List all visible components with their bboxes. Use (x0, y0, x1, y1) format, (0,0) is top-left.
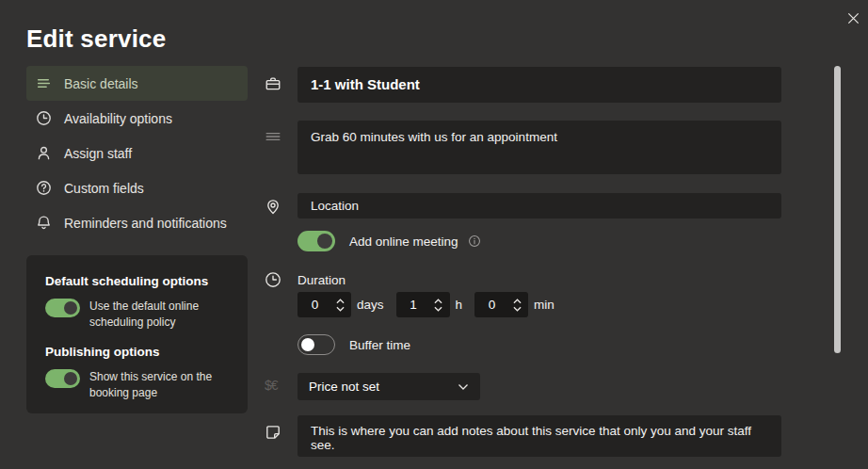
location-pin-icon (265, 198, 281, 215)
buffer-time-label: Buffer time (349, 338, 410, 352)
price-dropdown-value: Price not set (309, 380, 379, 394)
publishing-toggle[interactable] (45, 369, 80, 388)
sidebar-item-reminders-notifications[interactable]: Reminders and notifications (26, 205, 248, 240)
close-icon (846, 11, 860, 25)
add-online-meeting-label: Add online meeting (349, 234, 458, 249)
duration-hours-spinner[interactable]: 1 (396, 292, 450, 317)
default-scheduling-toggle-row: Use the default online scheduling policy (45, 299, 231, 331)
note-icon (265, 424, 281, 441)
publishing-toggle-row: Show this service on the booking page (45, 369, 231, 401)
sidebar: Basic details Availability options Assig… (26, 66, 248, 240)
add-online-meeting-row: Add online meeting (297, 231, 481, 251)
sidebar-item-availability-options[interactable]: Availability options (26, 101, 248, 136)
scheduling-options-box: Default scheduling options Use the defau… (26, 255, 248, 413)
duration-days-spinner[interactable]: 0 (297, 292, 351, 317)
default-scheduling-heading: Default scheduling options (45, 274, 231, 288)
sidebar-item-label: Assign staff (64, 146, 132, 161)
sidebar-item-basic-details[interactable]: Basic details (26, 66, 248, 101)
duration-hours-unit: h (456, 298, 463, 312)
buffer-time-row: Buffer time (297, 334, 410, 355)
description-lines-icon (265, 128, 281, 145)
buffer-time-toggle[interactable] (297, 334, 335, 355)
duration-minutes-unit: min (534, 298, 555, 312)
duration-minutes-spinner[interactable]: 0 (474, 292, 528, 317)
toggle-knob (301, 338, 314, 351)
close-button[interactable] (842, 7, 864, 29)
location-input[interactable]: Location (297, 193, 781, 218)
spinner-up-icon[interactable] (336, 299, 345, 304)
sidebar-item-label: Custom fields (64, 181, 144, 196)
currency-icon: $€ (265, 378, 278, 393)
chevron-down-icon (458, 383, 469, 391)
sidebar-item-assign-staff[interactable]: Assign staff (26, 136, 248, 170)
default-scheduling-toggle-label: Use the default online scheduling policy (89, 299, 219, 331)
sidebar-item-label: Availability options (64, 111, 172, 126)
duration-spinners: 0 days 1 h 0 min (297, 292, 567, 317)
scrollbar-thumb[interactable] (834, 66, 841, 353)
bell-icon (36, 215, 52, 231)
duration-days-unit: days (357, 298, 384, 312)
page-title: Edit service (26, 24, 166, 54)
duration-minutes-value[interactable]: 0 (474, 298, 509, 312)
spinner-up-icon[interactable] (513, 299, 522, 304)
basic-details-lines-icon (36, 75, 52, 91)
duration-hours-value[interactable]: 1 (396, 298, 431, 312)
spinner-up-icon[interactable] (434, 299, 442, 304)
briefcase-icon (265, 75, 281, 92)
sidebar-item-custom-fields[interactable]: Custom fields (26, 170, 248, 205)
toggle-knob (64, 372, 77, 385)
service-description-input[interactable]: Grab 60 minutes with us for an appointme… (297, 121, 781, 174)
spinner-down-icon[interactable] (434, 306, 442, 312)
spinner-down-icon[interactable] (336, 306, 345, 312)
duration-clock-icon (265, 271, 281, 288)
toggle-knob (64, 301, 77, 315)
spinner-down-icon[interactable] (513, 306, 522, 312)
clock-icon (36, 110, 52, 126)
toggle-knob (317, 234, 332, 249)
duration-days-value[interactable]: 0 (297, 298, 332, 312)
info-icon[interactable] (468, 234, 481, 248)
question-circle-icon (36, 180, 52, 196)
price-dropdown[interactable]: Price not set (297, 373, 480, 400)
add-online-meeting-toggle[interactable] (297, 231, 335, 251)
sidebar-item-label: Reminders and notifications (64, 216, 227, 231)
default-scheduling-toggle[interactable] (45, 299, 80, 317)
publishing-options-heading: Publishing options (45, 345, 231, 359)
publishing-toggle-label: Show this service on the booking page (89, 369, 219, 401)
internal-notes-input[interactable]: This is where you can add notes about th… (297, 415, 781, 457)
duration-label: Duration (297, 273, 346, 287)
sidebar-item-label: Basic details (64, 76, 138, 91)
person-icon (36, 145, 52, 161)
service-name-input[interactable]: 1-1 with Student (297, 67, 781, 103)
